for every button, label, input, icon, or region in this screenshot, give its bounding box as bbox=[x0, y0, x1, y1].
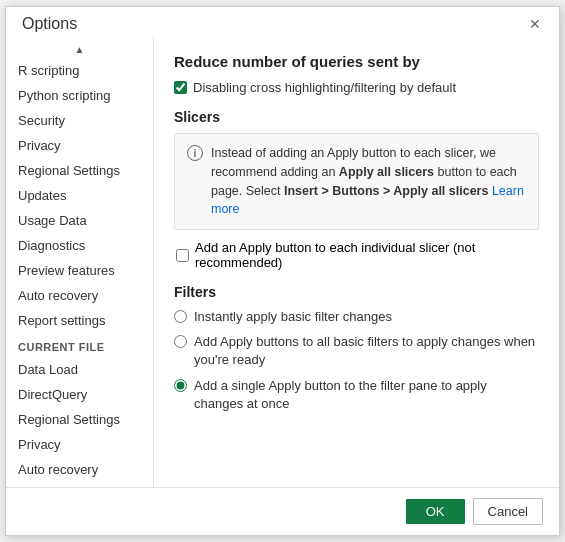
info-bold-2: Insert > Buttons > Apply all slicers bbox=[284, 184, 488, 198]
sidebar-global-items: R scriptingPython scriptingSecurityPriva… bbox=[6, 58, 153, 333]
filter-option-label[interactable]: Add Apply buttons to all basic filters t… bbox=[194, 333, 539, 369]
dialog-header: Options ✕ bbox=[6, 7, 559, 37]
close-button[interactable]: ✕ bbox=[523, 15, 547, 33]
sidebar-item-report-settings-global[interactable]: Report settings bbox=[6, 308, 153, 333]
dialog-footer: OK Cancel bbox=[6, 487, 559, 535]
filters-title: Filters bbox=[174, 284, 539, 300]
content-title: Reduce number of queries sent by bbox=[174, 53, 539, 70]
sidebar-item-preview-features[interactable]: Preview features bbox=[6, 258, 153, 283]
cancel-button[interactable]: Cancel bbox=[473, 498, 543, 525]
sidebar: ▲ R scriptingPython scriptingSecurityPri… bbox=[6, 37, 154, 487]
filter-radio-0[interactable] bbox=[174, 310, 187, 323]
sidebar-item-auto-recovery-file[interactable]: Auto recovery bbox=[6, 457, 153, 482]
sidebar-item-usage-data[interactable]: Usage Data bbox=[6, 208, 153, 233]
filter-option-row: Add Apply buttons to all basic filters t… bbox=[174, 333, 539, 369]
apply-slicer-checkbox[interactable] bbox=[176, 249, 189, 262]
filter-option-row: Instantly apply basic filter changes bbox=[174, 308, 539, 326]
filters-section: Filters Instantly apply basic filter cha… bbox=[174, 284, 539, 413]
sidebar-item-python-scripting[interactable]: Python scripting bbox=[6, 83, 153, 108]
sidebar-item-regional-settings-global[interactable]: Regional Settings bbox=[6, 158, 153, 183]
options-dialog: Options ✕ ▲ R scriptingPython scriptingS… bbox=[5, 6, 560, 536]
sidebar-item-security[interactable]: Security bbox=[6, 108, 153, 133]
cross-highlight-label[interactable]: Disabling cross highlighting/filtering b… bbox=[193, 80, 456, 95]
scroll-up-arrow[interactable]: ▲ bbox=[6, 41, 153, 58]
filter-radio-1[interactable] bbox=[174, 335, 187, 348]
sidebar-item-published-dataset[interactable]: Published dataset set... bbox=[6, 482, 153, 487]
current-file-section-label: CURRENT FILE bbox=[6, 333, 153, 357]
info-icon: i bbox=[187, 145, 203, 161]
dialog-title: Options bbox=[22, 15, 77, 33]
sidebar-item-regional-settings-file[interactable]: Regional Settings bbox=[6, 407, 153, 432]
filter-option-label[interactable]: Instantly apply basic filter changes bbox=[194, 308, 392, 326]
filter-radio-2[interactable] bbox=[174, 379, 187, 392]
sidebar-item-r-scripting[interactable]: R scripting bbox=[6, 58, 153, 83]
sidebar-file-items: Data LoadDirectQueryRegional SettingsPri… bbox=[6, 357, 153, 487]
ok-button[interactable]: OK bbox=[406, 499, 465, 524]
sidebar-item-direct-query[interactable]: DirectQuery bbox=[6, 382, 153, 407]
dialog-body: ▲ R scriptingPython scriptingSecurityPri… bbox=[6, 37, 559, 487]
sidebar-item-privacy-file[interactable]: Privacy bbox=[6, 432, 153, 457]
sidebar-item-diagnostics[interactable]: Diagnostics bbox=[6, 233, 153, 258]
info-text: Instead of adding an Apply button to eac… bbox=[211, 144, 526, 219]
sidebar-item-updates[interactable]: Updates bbox=[6, 183, 153, 208]
filter-option-row: Add a single Apply button to the filter … bbox=[174, 377, 539, 413]
sidebar-item-data-load[interactable]: Data Load bbox=[6, 357, 153, 382]
slicers-title: Slicers bbox=[174, 109, 539, 125]
sidebar-item-privacy[interactable]: Privacy bbox=[6, 133, 153, 158]
sidebar-item-auto-recovery-global[interactable]: Auto recovery bbox=[6, 283, 153, 308]
cross-highlight-row: Disabling cross highlighting/filtering b… bbox=[174, 80, 539, 95]
info-bold-1: Apply all slicers bbox=[339, 165, 434, 179]
slicers-info-box: i Instead of adding an Apply button to e… bbox=[174, 133, 539, 230]
filter-options: Instantly apply basic filter changesAdd … bbox=[174, 308, 539, 413]
content-area: Reduce number of queries sent by Disabli… bbox=[154, 37, 559, 487]
cross-highlight-checkbox[interactable] bbox=[174, 81, 187, 94]
apply-button-row: Add an Apply button to each individual s… bbox=[176, 240, 539, 270]
apply-slicer-label[interactable]: Add an Apply button to each individual s… bbox=[195, 240, 539, 270]
filter-option-label[interactable]: Add a single Apply button to the filter … bbox=[194, 377, 539, 413]
